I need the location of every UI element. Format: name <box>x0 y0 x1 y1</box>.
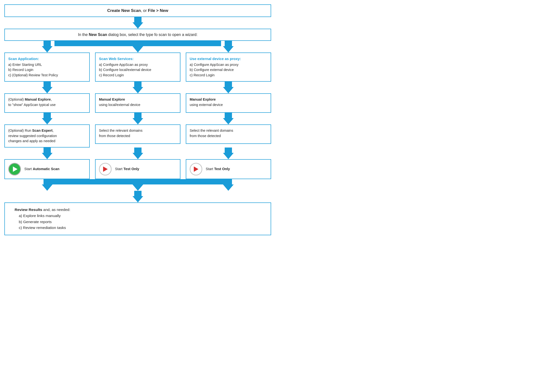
bottom-item3: c) Review remediation tasks <box>15 226 66 230</box>
col2-step3-box: Select the relevant domainsfrom those de… <box>95 124 180 144</box>
col3-line3: c) Record Login <box>190 73 267 78</box>
svg-marker-1 <box>103 166 108 172</box>
col3-explore-post: using external device <box>190 103 223 107</box>
arrow-top-to-second <box>133 17 143 29</box>
col3-explore-bold: Manual Explore <box>190 97 216 101</box>
col1-step3-pre: (Optional) Run <box>8 129 32 132</box>
col1: Scan Application: a) Enter Starting URL … <box>4 52 90 82</box>
col2-action-text: Start Test Only <box>115 166 139 172</box>
col3-action: Start Test Only <box>186 159 271 179</box>
manual-explore-row: (Optional) Manual Explore,to "show" AppS… <box>4 93 271 113</box>
bottom-box: Review Results and, as needed: a) Explor… <box>4 202 271 235</box>
second-box-pre: In the <box>78 33 89 37</box>
col2-scantype-box: Scan Web Services: a) Configure AppScan … <box>95 52 180 82</box>
col3-scantype-box: Use external device as proxy: a) Configu… <box>186 52 271 82</box>
bottom-item1: a) Explore links manually <box>15 214 61 218</box>
col3-red-play-icon <box>190 163 202 175</box>
col1-arrow1 <box>4 82 90 93</box>
col2-step3: Select the relevant domainsfrom those de… <box>95 124 180 144</box>
converge-hbar <box>51 179 225 184</box>
col1-line2: b) Record Login <box>8 67 86 73</box>
col1-line1: a) Enter Starting URL <box>8 62 86 68</box>
top-box: Create New Scan, or File > New <box>4 4 271 17</box>
top-box-plain: , or <box>141 8 148 13</box>
second-box-post: dialog box, select the type fo scan to o… <box>107 33 198 37</box>
bottom-item2: b) Generate reports <box>15 220 52 224</box>
col2: Scan Web Services: a) Configure AppScan … <box>95 52 180 82</box>
diverge-col3 <box>186 41 271 52</box>
second-box-bold: New Scan <box>89 33 107 37</box>
col3-action-box: Start Test Only <box>186 159 271 179</box>
diverge-col2 <box>95 41 180 52</box>
converge-arrows <box>4 179 271 191</box>
second-box: In the New Scan dialog box, select the t… <box>4 29 271 41</box>
diverge-col1 <box>4 41 90 52</box>
col2-red-play-icon <box>99 163 112 175</box>
green-play-icon <box>8 163 21 175</box>
col1-action-text: Start Automatic Scan <box>24 166 59 172</box>
col1-explore: (Optional) Manual Explore,to "show" AppS… <box>4 93 90 113</box>
col3-explore-box: Manual Exploreusing external device <box>186 93 271 113</box>
arrow-to-bottom <box>133 191 143 202</box>
bottom-box-post: and, as needed: <box>42 208 71 212</box>
col2-action-box: Start Test Only <box>95 159 180 179</box>
col1-action-bold: Automatic Scan <box>33 167 60 171</box>
action-row-container: Start Automatic Scan Start Test Only <box>4 159 271 179</box>
col3-step3-text: Select the relevant domainsfrom those de… <box>190 129 233 138</box>
col1-action-box: Start Automatic Scan <box>4 159 90 179</box>
col2-explore-bold: Manual Explore <box>99 97 125 101</box>
col1-step3-bold: Scan Expert <box>32 129 53 132</box>
top-box-bold2: File > New <box>148 8 168 13</box>
col2-explore: Manual Exploreusing local/external devic… <box>95 93 180 113</box>
col2-header: Scan Web Services: <box>99 56 177 62</box>
col3-action-text: Start Test Only <box>206 166 230 172</box>
svg-marker-2 <box>194 166 198 172</box>
step3-row: (Optional) Run Scan Expert,review sugges… <box>4 124 271 148</box>
col1-explore-pre: (Optional) <box>8 97 25 101</box>
col2-step3-text: Select the relevant domainsfrom those de… <box>99 129 142 138</box>
col2-explore-box: Manual Exploreusing local/external devic… <box>95 93 180 113</box>
col1-action: Start Automatic Scan <box>4 159 90 179</box>
col1-explore-box: (Optional) Manual Explore,to "show" AppS… <box>4 93 90 113</box>
col1-step3-box: (Optional) Run Scan Expert,review sugges… <box>4 124 90 148</box>
col1-step3: (Optional) Run Scan Expert,review sugges… <box>4 124 90 148</box>
col2-action: Start Test Only <box>95 159 180 179</box>
col2-action-bold: Test Only <box>124 167 139 171</box>
col2-line1: a) Configure AppScan as proxy <box>99 62 177 68</box>
col1-explore-bold: Manual Explore <box>25 97 51 101</box>
arrows-row3 <box>4 148 271 159</box>
col1-line3: c) (Optional) Review Test Policy <box>8 73 86 78</box>
col3-step3-box: Select the relevant domainsfrom those de… <box>186 124 271 144</box>
arrows-row1 <box>4 82 271 93</box>
col2-line2: b) Configure local/external device <box>99 67 177 73</box>
bottom-box-bold: Review Results <box>15 208 42 212</box>
col2-explore-post: using local/external device <box>99 103 140 107</box>
diagram: Create New Scan, or File > New In the Ne… <box>4 4 271 235</box>
col3-line2: b) Configure external device <box>190 67 267 73</box>
col3: Use external device as proxy: a) Configu… <box>186 52 271 82</box>
col1-scantype-box: Scan Application: a) Enter Starting URL … <box>4 52 90 82</box>
diverge-arrows <box>4 41 271 52</box>
col3-step3: Select the relevant domainsfrom those de… <box>186 124 271 144</box>
col3-action-bold: Test Only <box>214 167 230 171</box>
scan-type-row: Scan Application: a) Enter Starting URL … <box>4 52 271 82</box>
arrows-row2 <box>4 113 271 124</box>
col3-line1: a) Configure AppScan as proxy <box>190 62 267 68</box>
col3-header: Use external device as proxy: <box>190 56 267 62</box>
col3-explore: Manual Exploreusing external device <box>186 93 271 113</box>
top-box-bold1: Create New Scan <box>107 8 141 13</box>
col3-arrow1 <box>186 82 271 93</box>
col2-arrow1 <box>95 82 180 93</box>
col1-header: Scan Application: <box>8 56 86 62</box>
col2-line3: c) Record Login <box>99 73 177 78</box>
svg-marker-0 <box>13 166 18 172</box>
